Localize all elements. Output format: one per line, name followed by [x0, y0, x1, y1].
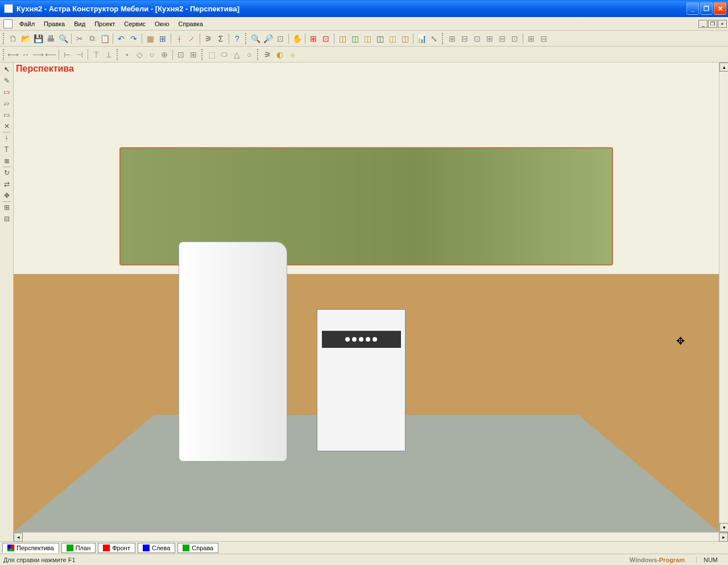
snap-3-icon[interactable]: ○	[146, 48, 158, 61]
diag-icon[interactable]: ⤡	[428, 32, 440, 45]
print-icon[interactable]: 🖶	[44, 32, 57, 45]
render-1-icon[interactable]: ⚞	[261, 48, 274, 61]
zoom-out-icon[interactable]: 🔎	[262, 32, 274, 45]
box-a-icon[interactable]: ◫	[336, 32, 349, 45]
save-icon[interactable]: 💾	[32, 32, 44, 45]
room-icon[interactable]: ▭	[1, 86, 13, 98]
menu-window[interactable]: Окно	[150, 18, 174, 30]
grid-icon[interactable]: ⊞	[156, 32, 169, 45]
snap-4-icon[interactable]: ⊕	[158, 48, 171, 61]
toolbar-grip[interactable]	[3, 49, 5, 60]
scroll-down-icon[interactable]: ▾	[719, 523, 728, 532]
render-3-icon[interactable]: ⟐	[286, 48, 299, 61]
menu-project[interactable]: Проект	[90, 18, 119, 30]
dim-8-icon[interactable]: ⊥	[102, 48, 115, 61]
shape-box-icon[interactable]: ⬚	[205, 48, 218, 61]
toolbar-grip[interactable]	[257, 49, 259, 60]
help-icon[interactable]: ?	[231, 32, 243, 45]
ungroup-icon[interactable]: ⊟	[1, 213, 13, 225]
mirror-icon[interactable]: ⇄	[1, 178, 13, 190]
toolbar-grip[interactable]	[3, 33, 5, 44]
rotate-icon[interactable]: ↻	[1, 167, 13, 178]
tab-perspective[interactable]: Перспектива	[2, 543, 59, 553]
scrollbar-horizontal[interactable]: ◂ ▸	[14, 532, 728, 541]
tab-front[interactable]: Фронт	[98, 543, 135, 553]
layer-icon[interactable]: ▦	[144, 32, 156, 45]
align-3-icon[interactable]: ⊡	[471, 32, 483, 45]
view-wire-icon[interactable]: ⊡	[320, 32, 332, 45]
pan-icon[interactable]: ✋	[291, 32, 303, 45]
paste-icon[interactable]: 📋	[98, 32, 111, 45]
box-b-icon[interactable]: ◫	[349, 32, 361, 45]
move-icon[interactable]: ✥	[1, 190, 13, 201]
dim-2-icon[interactable]: ↔	[19, 48, 32, 61]
shape-sphere-icon[interactable]: ○	[243, 48, 255, 61]
scroll-up-icon[interactable]: ▴	[719, 63, 728, 72]
align-1-icon[interactable]: ⊞	[446, 32, 458, 45]
chart-icon[interactable]: 📊	[415, 32, 428, 45]
menu-view[interactable]: Вид	[69, 18, 90, 30]
edit-icon[interactable]: ✎	[1, 75, 13, 86]
tab-right[interactable]: Справа	[177, 543, 218, 553]
sum-icon[interactable]: Σ	[214, 32, 227, 45]
align-2-icon[interactable]: ⊟	[458, 32, 471, 45]
menu-service[interactable]: Сервис	[119, 18, 150, 30]
scroll-track[interactable]	[23, 533, 719, 541]
box-e-icon[interactable]: ◫	[386, 32, 399, 45]
menu-edit[interactable]: Правка	[39, 18, 69, 30]
snap-1-icon[interactable]: ⋆	[121, 48, 133, 61]
tab-left[interactable]: Слева	[138, 543, 175, 553]
scroll-track[interactable]	[719, 72, 728, 523]
menu-file[interactable]: Файл	[15, 18, 39, 30]
dim-7-icon[interactable]: ⊤	[90, 48, 102, 61]
open-icon[interactable]: 📂	[19, 32, 32, 45]
group-icon[interactable]: ⊞	[1, 202, 13, 213]
maximize-button[interactable]: ❐	[700, 2, 713, 15]
box-c-icon[interactable]: ◫	[361, 32, 374, 45]
toolbar-grip[interactable]	[245, 33, 247, 44]
dim-v-icon[interactable]: ⟊	[1, 132, 13, 144]
mdi-minimize[interactable]: _	[698, 20, 708, 28]
list-icon[interactable]: ≣	[1, 155, 13, 167]
snap-6-icon[interactable]: ⊞	[187, 48, 200, 61]
align-4-icon[interactable]: ⊞	[483, 32, 496, 45]
dim-5-icon[interactable]: ⊢	[61, 48, 73, 61]
undo-icon[interactable]: ↶	[115, 32, 127, 45]
align-6-icon[interactable]: ⊡	[508, 32, 521, 45]
view-red-icon[interactable]: ⊞	[307, 32, 320, 45]
toolbar-grip[interactable]	[442, 33, 444, 44]
tool-a-icon[interactable]: ⟊	[173, 32, 185, 45]
align-7-icon[interactable]: ⊞	[525, 32, 537, 45]
tree-icon[interactable]: ⚞	[202, 32, 214, 45]
scrollbar-vertical[interactable]: ▴ ▾	[719, 63, 728, 532]
new-icon[interactable]: 🗋	[7, 32, 19, 45]
mdi-restore[interactable]: ❐	[708, 20, 717, 28]
zoom-in-icon[interactable]: 🔍	[249, 32, 262, 45]
tab-plan[interactable]: План	[61, 543, 96, 553]
toolbar-grip[interactable]	[117, 49, 119, 60]
mdi-close[interactable]: ×	[718, 20, 727, 28]
minimize-button[interactable]: _	[686, 2, 699, 15]
redo-icon[interactable]: ↷	[127, 32, 140, 45]
text-icon[interactable]: T	[1, 144, 13, 155]
print-preview-icon[interactable]: 🔍	[57, 32, 69, 45]
snap-2-icon[interactable]: ◇	[133, 48, 146, 61]
menu-help[interactable]: Справка	[174, 18, 208, 30]
rect-icon[interactable]: ▭	[1, 109, 13, 121]
toolbar-grip[interactable]	[201, 49, 204, 60]
delete-icon[interactable]: ✕	[1, 121, 13, 132]
box-d-icon[interactable]: ◫	[374, 32, 386, 45]
align-5-icon[interactable]: ⊟	[496, 32, 508, 45]
shape-cone-icon[interactable]: △	[230, 48, 243, 61]
dim-1-icon[interactable]: ⟷	[7, 48, 19, 61]
viewport-3d[interactable]: Перспектива ✥	[14, 63, 719, 532]
shape-cyl-icon[interactable]: ⬭	[218, 48, 230, 61]
scroll-left-icon[interactable]: ◂	[14, 533, 23, 542]
box-f-icon[interactable]: ◫	[399, 32, 411, 45]
render-2-icon[interactable]: ◐	[274, 48, 286, 61]
dim-3-icon[interactable]: ⟶	[32, 48, 44, 61]
cut-icon[interactable]: ✂	[73, 32, 86, 45]
scroll-right-icon[interactable]: ▸	[719, 533, 728, 542]
mdi-icon[interactable]	[3, 19, 13, 28]
zoom-fit-icon[interactable]: ⊡	[274, 32, 287, 45]
